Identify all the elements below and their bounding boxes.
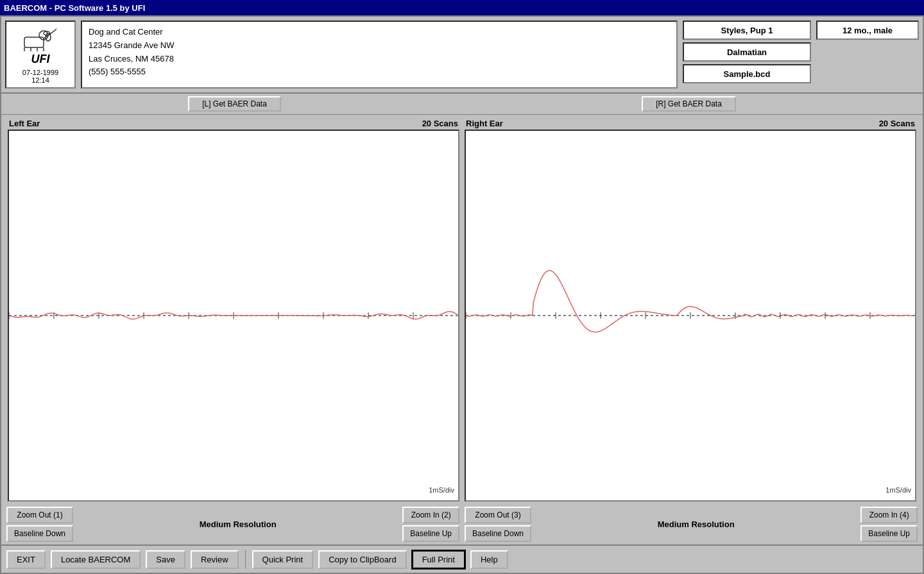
locate-baercom-button[interactable]: Locate BAERCOM — [51, 550, 141, 569]
logo-box: UFI 07-12-1999 12:14 — [5, 21, 76, 89]
logo-name: UFI — [31, 53, 50, 66]
right-chart-area: 1mS/div — [465, 130, 916, 502]
header-section: UFI 07-12-1999 12:14 Dog and Cat Center … — [1, 17, 923, 94]
left-chart-scale: 1mS/div — [429, 486, 454, 494]
logo-time-value: 12:14 — [22, 76, 58, 84]
right-get-baer-button[interactable]: [R] Get BAER Data — [642, 96, 736, 112]
left-baseline-down-button[interactable]: Baseline Down — [6, 525, 73, 542]
left-controls-left-btns: Zoom Out (1) Baseline Down — [6, 507, 73, 542]
clinic-info: Dog and Cat Center 12345 Grande Ave NW L… — [81, 21, 678, 89]
right-zoom-in-button[interactable]: Zoom In (4) — [860, 507, 918, 523]
right-zoom-out-button[interactable]: Zoom Out (3) — [465, 507, 531, 523]
clinic-phone: (555) 555-5555 — [89, 65, 670, 79]
bottom-bar: EXIT Locate BAERCOM Save Review Quick Pr… — [1, 544, 923, 573]
main-window: UFI 07-12-1999 12:14 Dog and Cat Center … — [0, 15, 924, 574]
patient-breed-field: Dalmatian — [683, 42, 811, 62]
bottom-divider — [245, 550, 246, 569]
quick-print-button[interactable]: Quick Print — [252, 550, 314, 569]
right-baseline-up-button[interactable]: Baseline Up — [860, 525, 918, 542]
right-waveform-canvas — [466, 131, 915, 500]
right-chart-scale: 1mS/div — [886, 486, 911, 494]
right-chart-label-row: Right Ear 20 Scans — [465, 117, 916, 130]
patient-filename-field: Sample.bcd — [683, 64, 811, 83]
clinic-address2: Las Cruces, NM 45678 — [89, 53, 670, 66]
full-print-button[interactable]: Full Print — [412, 550, 465, 569]
logo-date: 07-12-1999 12:14 — [22, 69, 58, 84]
left-chart-area: 1mS/div — [8, 130, 459, 502]
left-baseline-up-button[interactable]: Baseline Up — [402, 525, 459, 542]
help-button[interactable]: Help — [470, 550, 508, 569]
left-ear-scans: 20 Scans — [422, 119, 458, 128]
save-button[interactable]: Save — [146, 550, 185, 569]
data-buttons-row: [L] Get BAER Data [R] Get BAER Data — [1, 94, 923, 115]
patient-name-field: Styles, Pup 1 — [683, 21, 811, 40]
patient-column: Styles, Pup 1 Dalmatian Sample.bcd — [683, 21, 811, 89]
title-bar: BAERCOM - PC Software 1.5 by UFI — [0, 0, 924, 15]
right-controls-right-btns: Zoom In (4) Baseline Up — [860, 507, 918, 542]
clinic-name: Dog and Cat Center — [89, 26, 670, 39]
right-controls-left-btns: Zoom Out (3) Baseline Down — [465, 507, 531, 542]
right-controls-row: Zoom Out (3) Baseline Down Medium Resolu… — [462, 504, 920, 544]
right-resolution-label: Medium Resolution — [535, 519, 857, 529]
left-controls-row: Zoom Out (1) Baseline Down Medium Resolu… — [4, 504, 462, 544]
logo-date-value: 07-12-1999 — [22, 69, 58, 76]
clinic-address1: 12345 Grande Ave NW — [89, 39, 670, 53]
review-button[interactable]: Review — [191, 550, 239, 569]
controls-section: Zoom Out (1) Baseline Down Medium Resolu… — [1, 504, 923, 544]
left-controls-right-btns: Zoom In (2) Baseline Up — [402, 507, 459, 542]
left-zoom-out-button[interactable]: Zoom Out (1) — [6, 507, 73, 523]
left-ear-label: Left Ear — [9, 119, 40, 128]
right-ear-scans: 20 Scans — [879, 119, 915, 128]
left-get-baer-button[interactable]: [L] Get BAER Data — [188, 96, 281, 112]
left-zoom-in-button[interactable]: Zoom In (2) — [402, 507, 459, 523]
left-resolution-label: Medium Resolution — [77, 519, 398, 529]
copy-to-clipboard-button[interactable]: Copy to ClipBoard — [318, 550, 407, 569]
left-waveform-canvas — [9, 131, 458, 500]
left-chart-label-row: Left Ear 20 Scans — [8, 117, 459, 130]
right-chart-container: Right Ear 20 Scans 1mS/div — [462, 115, 919, 504]
right-ear-label: Right Ear — [466, 119, 503, 128]
ufi-logo-icon — [21, 26, 60, 51]
title-text: BAERCOM - PC Software 1.5 by UFI — [4, 3, 145, 13]
right-baseline-down-button[interactable]: Baseline Down — [465, 525, 531, 542]
exit-button[interactable]: EXIT — [6, 550, 46, 569]
patient-age-gender-field: 12 mo., male — [816, 21, 919, 40]
patient-info-column: 12 mo., male — [816, 21, 919, 89]
left-chart-container: Left Ear 20 Scans 1mS/div — [5, 115, 462, 504]
charts-section: Left Ear 20 Scans 1mS/div Right Ear 20 S… — [1, 115, 923, 504]
